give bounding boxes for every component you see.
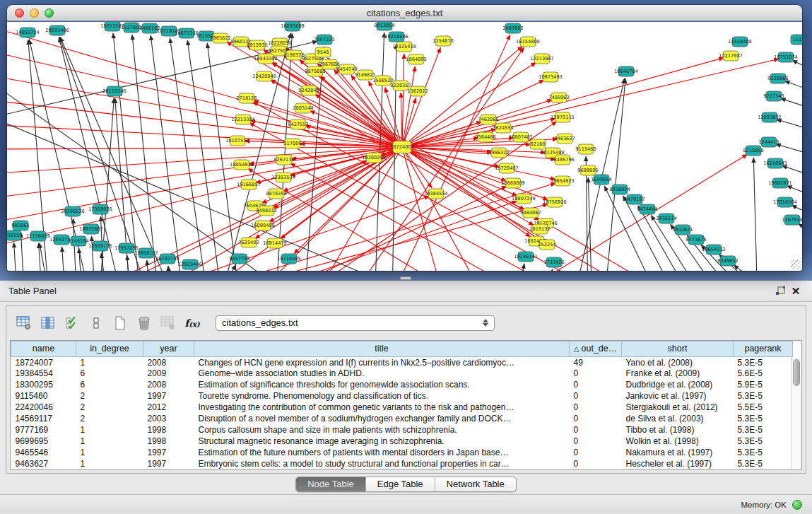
citation-edge-black[interactable] [62, 247, 66, 271]
cited-node[interactable]: 9498222 [256, 206, 276, 216]
citation-edge-red[interactable] [170, 204, 548, 271]
citing-node[interactable]: 12093832 [758, 112, 782, 122]
table-row[interactable]: 911546021997Tourette syndrome. Phenomeno… [11, 390, 793, 402]
node-table[interactable]: namein_degreeyeartitle△out_de…shortpager… [11, 341, 793, 470]
citation-edge-black[interactable] [207, 43, 240, 271]
citation-edge-black[interactable] [798, 223, 802, 233]
table-cell[interactable]: 49 [570, 356, 622, 368]
cited-node[interactable]: 2803144 [293, 103, 313, 113]
citing-node[interactable]: 20153346 [102, 86, 126, 96]
table-cell[interactable]: 5.3E-5 [734, 458, 793, 469]
table-cell[interactable]: Yano et al. (2008) [622, 356, 734, 368]
function-builder-button[interactable]: f(x) [182, 313, 203, 333]
window-titlebar[interactable]: citations_edges.txt [7, 5, 802, 21]
cited-node[interactable]: 19384554 [424, 189, 448, 199]
cited-node[interactable]: 16099489 [251, 221, 275, 230]
table-cell[interactable]: Embryonic stem cells: a model to study s… [194, 458, 570, 469]
citation-edge-black[interactable] [776, 144, 802, 155]
citation-edge-red[interactable] [401, 93, 402, 147]
table-cell[interactable]: Dudbridge et al. (2008) [622, 379, 734, 390]
citing-node[interactable]: 1112 [791, 35, 802, 45]
cited-node[interactable]: 8454749 [336, 64, 357, 74]
column-header[interactable]: pagerank [734, 341, 793, 356]
table-cell[interactable]: Tibbo et al. (1998) [622, 424, 734, 436]
table-cell[interactable]: 2003 [143, 413, 194, 424]
cited-node[interactable]: 9875685 [305, 66, 325, 76]
citation-network-graph[interactable]: 1872400714055724206914061065328715276026… [7, 22, 802, 271]
column-header[interactable]: short [622, 341, 734, 356]
table-cell[interactable]: 1998 [143, 424, 194, 436]
table-cell[interactable]: 5.3E-5 [734, 436, 793, 447]
table-cell[interactable]: de Silva et al. (2003) [622, 413, 734, 424]
citing-node[interactable]: 1145194 [68, 236, 88, 246]
table-row[interactable]: 1830029562008Estimation of significance … [11, 379, 793, 390]
memory-ok-indicator[interactable] [792, 500, 802, 510]
table-cell[interactable]: Changes of HCN gene expression and I(f) … [194, 356, 570, 368]
table-cell[interactable]: 0 [570, 424, 622, 436]
citation-edge-red[interactable] [402, 54, 404, 147]
table-cell[interactable]: 0 [570, 447, 622, 458]
table-cell[interactable]: 0 [570, 368, 622, 379]
cited-node[interactable]: 117006 [283, 139, 301, 148]
citing-node[interactable]: 9457791 [229, 254, 249, 264]
network-view-window[interactable]: citations_edges.txt 18724007140557242069… [7, 5, 802, 271]
table-settings-button[interactable] [13, 313, 35, 333]
delete-icon[interactable] [134, 313, 155, 333]
citation-edge-black[interactable] [168, 266, 172, 271]
citation-edge-red[interactable] [294, 147, 402, 254]
table-cell[interactable]: 2008 [143, 379, 194, 390]
cited-node[interactable]: 15720407 [495, 163, 519, 173]
citing-node[interactable]: 9474444 [637, 204, 657, 214]
citing-node[interactable]: 9227343 [763, 91, 784, 101]
table-cell[interactable]: 2009 [143, 368, 194, 379]
citing-node[interactable]: 7932621 [672, 225, 693, 235]
citing-node[interactable]: 20691406 [45, 25, 69, 35]
tab-node-table[interactable]: Node Table [296, 477, 365, 491]
citing-node[interactable]: 1244415 [758, 137, 779, 147]
citing-node[interactable]: 985061 [11, 221, 29, 230]
split-pane-handle[interactable] [400, 276, 411, 280]
table-cell[interactable]: 18724007 [11, 356, 76, 368]
citing-node[interactable]: 1733426 [543, 257, 564, 267]
citing-node[interactable]: 15718485 [277, 254, 301, 264]
table-cell[interactable]: 1998 [143, 436, 194, 447]
citing-node[interactable]: 9329966 [767, 74, 788, 83]
cited-node[interactable]: 8427552 [288, 119, 308, 129]
cited-node[interactable]: 252254 [538, 240, 555, 250]
cited-node[interactable]: 19166857 [237, 180, 261, 189]
citing-node[interactable]: 1167534 [782, 215, 802, 225]
citing-node[interactable]: 6479197 [624, 194, 645, 204]
cited-node[interactable]: 7485063 [548, 93, 569, 103]
citing-node[interactable]: 7857223 [314, 35, 334, 45]
cited-node[interactable]: 19756928 [543, 197, 567, 207]
citing-node[interactable]: 11548408 [728, 37, 752, 47]
cited-node[interactable]: 10688609 [501, 178, 525, 188]
citation-edge-black[interactable] [753, 158, 758, 271]
citing-node[interactable]: 939159 [7, 230, 23, 240]
table-scrollbar[interactable] [791, 357, 801, 469]
table-row[interactable]: 2242004622012Investigating the contribut… [11, 402, 793, 413]
cited-node[interactable]: 8186328 [283, 50, 304, 60]
cited-node[interactable]: 10973493 [539, 72, 563, 82]
cited-node[interactable]: 19654923 [551, 176, 575, 186]
citation-edge-red[interactable] [402, 59, 779, 147]
table-cell[interactable]: 5.3E-5 [734, 356, 793, 368]
cited-node[interactable]: 22420046 [252, 71, 276, 81]
citing-node[interactable]: 16033809 [281, 22, 305, 31]
cited-node[interactable]: 9463627 [554, 134, 575, 144]
table-cell[interactable]: 1 [76, 447, 143, 458]
table-row[interactable]: 946362711997Embryonic stem cells: a mode… [11, 458, 793, 469]
cited-node[interactable]: 8912935 [247, 40, 267, 50]
citing-node[interactable]: 16648784 [614, 66, 638, 76]
table-cell[interactable]: Jankovic et al. (1997) [622, 390, 734, 402]
citation-edge-black[interactable] [792, 60, 802, 70]
table-cell[interactable]: 2 [76, 402, 143, 413]
close-window-icon[interactable] [15, 8, 24, 18]
table-cell[interactable]: Corpus callosum shape and size in male p… [194, 424, 570, 436]
table-cell[interactable]: Estimation of the future numbers of pati… [194, 447, 570, 458]
table-scrollbar-thumb[interactable] [793, 359, 800, 386]
citation-edge-black[interactable] [781, 98, 802, 109]
table-cell[interactable]: 2 [76, 390, 143, 402]
citing-node[interactable]: 11156869 [26, 231, 50, 241]
citation-edge-black[interactable] [784, 81, 802, 91]
